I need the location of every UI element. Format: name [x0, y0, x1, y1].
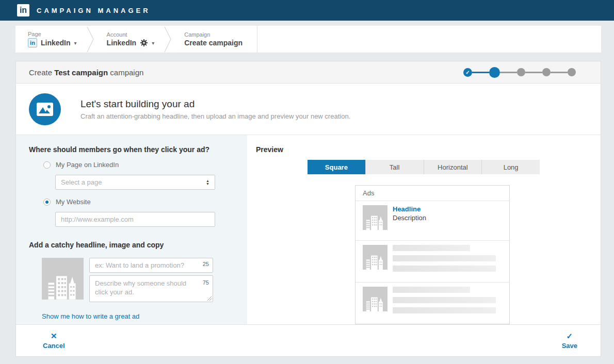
breadcrumb-page[interactable]: Page in LinkedIn ▾	[15, 26, 86, 53]
tab-square[interactable]: Square	[308, 160, 366, 174]
ad-settings-panel: Where should members go when they click …	[16, 135, 247, 324]
breadcrumb-account-value: LinkedIn	[107, 39, 137, 47]
cancel-button[interactable]: ✕ Cancel	[43, 332, 65, 350]
page-select-placeholder: Select a page	[61, 178, 102, 186]
skeleton-bar	[393, 297, 496, 303]
tab-horizontal[interactable]: Horizontal	[424, 160, 482, 174]
campaign-name: Test campaign	[54, 68, 108, 77]
breadcrumb-account[interactable]: Account LinkedIn ▾	[94, 26, 164, 53]
linkedin-page-icon: in	[28, 38, 37, 47]
step-5	[568, 68, 576, 76]
preview-format-tabs: Square Tall Horizontal Long	[308, 160, 540, 174]
breadcrumb-page-label: Page	[28, 31, 77, 37]
app-topbar: in CAMPAIGN MANAGER	[0, 0, 614, 21]
create-campaign-card: Create Test campaign campaign ✓ Let's st…	[15, 61, 601, 357]
ad-preview-row-3	[356, 283, 509, 324]
website-url-input[interactable]: http://www.example.com	[55, 212, 215, 227]
tab-long[interactable]: Long	[482, 160, 540, 174]
headline-char-counter: 25	[203, 261, 209, 267]
radio-my-page[interactable]	[43, 161, 51, 169]
headline-input[interactable]: ex: Want to land a promotion? 25	[89, 258, 213, 273]
select-spinner-icon[interactable]: ▲▼	[206, 179, 209, 186]
ad-thumbnail-icon	[363, 205, 387, 230]
breadcrumb-separator-icon	[86, 26, 94, 53]
check-icon: ✓	[567, 332, 573, 341]
step-connector	[500, 72, 517, 73]
step-4	[542, 68, 551, 76]
ads-card-title: Ads	[356, 186, 509, 201]
linkedin-logo-icon[interactable]: in	[17, 4, 29, 16]
ad-preview-description: Description	[393, 214, 426, 222]
website-url-placeholder: http://www.example.com	[61, 216, 134, 223]
card-body: Where should members go when they click …	[16, 135, 601, 324]
step-1-complete-icon: ✓	[463, 68, 472, 77]
ad-image-upload[interactable]	[42, 258, 84, 300]
step-connector	[551, 72, 568, 73]
write-great-ad-link[interactable]: Show me how to write a great ad	[42, 312, 139, 320]
breadcrumb-separator-icon	[164, 26, 172, 53]
radio-my-page-label: My Page on LinkedIn	[56, 161, 119, 169]
breadcrumb-spacer	[257, 26, 601, 53]
breadcrumb-account-label: Account	[107, 31, 155, 38]
card-footer: ✕ Cancel ✓ Save	[16, 324, 601, 356]
gear-icon[interactable]	[140, 39, 148, 47]
skeleton-bar	[393, 266, 496, 272]
campaign-title: Create Test campaign campaign	[29, 68, 143, 77]
resize-handle-icon[interactable]	[207, 296, 212, 301]
skeleton-bar	[393, 307, 496, 313]
description-char-counter: 75	[203, 278, 209, 287]
description-placeholder: Describe why someone should click your a…	[95, 279, 186, 296]
step-2-current	[489, 67, 500, 78]
breadcrumb-page-value: LinkedIn	[41, 39, 71, 47]
chevron-down-icon: ▾	[74, 40, 77, 46]
breadcrumb: Page in LinkedIn ▾ Account LinkedIn ▾ Ca…	[15, 26, 601, 53]
campaign-header: Create Test campaign campaign ✓	[16, 61, 601, 84]
ad-preview-row-1: Headline Description	[356, 201, 509, 241]
tab-tall[interactable]: Tall	[366, 160, 424, 174]
creative-heading: Add a catchy headline, image and copy	[29, 241, 231, 249]
description-textarea[interactable]: Describe why someone should click your a…	[89, 275, 213, 302]
close-icon: ✕	[51, 332, 57, 341]
ad-preview-row-2	[356, 241, 509, 283]
app-title: CAMPAIGN MANAGER	[37, 7, 151, 14]
ad-preview-panel: Preview Square Tall Horizontal Long Ads	[247, 135, 601, 324]
step-3	[517, 68, 525, 76]
preview-heading: Preview	[256, 145, 601, 154]
save-label: Save	[562, 342, 577, 350]
image-ad-icon	[29, 93, 61, 125]
ad-preview-headline: Headline	[393, 205, 426, 213]
page-select[interactable]: Select a page ▲▼	[55, 175, 215, 190]
headline-placeholder: ex: Want to land a promotion?	[95, 261, 184, 269]
breadcrumb-campaign-label: Campaign	[184, 31, 243, 38]
hero-subtitle: Craft an attention-grabbing headline, th…	[80, 112, 350, 120]
skeleton-bar	[393, 287, 470, 293]
destination-heading: Where should members go when they click …	[29, 145, 231, 154]
radio-my-website-row[interactable]: My Website	[43, 198, 231, 206]
chevron-down-icon: ▾	[152, 40, 154, 46]
skeleton-bar	[393, 245, 470, 251]
radio-my-website[interactable]	[43, 198, 51, 206]
radio-my-website-label: My Website	[56, 198, 91, 206]
cancel-label: Cancel	[43, 342, 65, 350]
ad-thumbnail-icon	[363, 245, 387, 270]
ads-preview-card: Ads	[355, 185, 510, 324]
save-button[interactable]: ✓ Save	[562, 332, 577, 350]
hero-section: Let's start building your ad Craft an at…	[16, 84, 601, 135]
progress-stepper: ✓	[463, 67, 576, 78]
breadcrumb-campaign-value: Create campaign	[184, 39, 243, 47]
skeleton-bar	[393, 255, 496, 261]
ad-thumbnail-icon	[363, 287, 387, 311]
step-connector	[525, 72, 542, 73]
radio-my-page-row[interactable]: My Page on LinkedIn	[43, 161, 231, 169]
step-connector	[472, 72, 489, 73]
hero-title: Let's start building your ad	[80, 98, 350, 110]
breadcrumb-campaign: Campaign Create campaign	[172, 26, 252, 53]
